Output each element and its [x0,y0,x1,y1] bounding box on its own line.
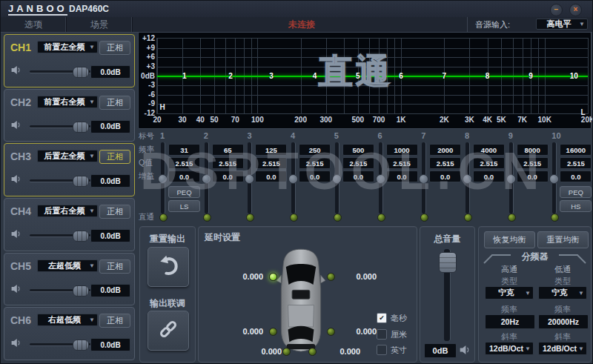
band-q-value[interactable]: 2.515 [517,157,549,169]
band-frequency-value[interactable]: 125 [255,144,287,156]
band-bypass-led[interactable] [420,214,428,222]
band-q-value[interactable]: 2.515 [473,157,505,169]
channel-volume-slider[interactable] [30,70,92,73]
band-frequency-value[interactable]: 31 [168,144,200,156]
band-q-value[interactable]: 2.515 [429,157,461,169]
band-q-value[interactable]: 2.515 [168,157,200,169]
channel-gain-value[interactable]: 0.0dB [90,284,130,297]
lp-freq-value[interactable]: 20000Hz [538,314,589,329]
band-gain-value[interactable]: 0.0 [212,171,244,182]
eq-point[interactable]: 2 [228,72,233,80]
eq-point[interactable]: 7 [443,72,447,80]
eq-point[interactable]: 6 [399,72,403,80]
channel-panel-ch6[interactable]: CH6右超低频▼正相0.0dB [4,307,135,360]
band-frequency-value[interactable]: 16000 [560,144,592,156]
audio-source-dropdown[interactable]: 高电平 ▼ [536,19,588,30]
band-gain-value[interactable]: 0.0 [168,171,200,182]
band-gain-slider[interactable] [291,142,295,214]
eq-point[interactable]: 1 [182,72,187,80]
band-gain-slider[interactable] [509,142,513,214]
band-gain-slider[interactable] [552,142,556,214]
lp-slope-dropdown[interactable]: 12dB/Oct ▼ [538,342,587,355]
band-frequency-value[interactable]: 2000 [429,144,461,156]
band-q-value[interactable]: 2.515 [560,157,592,169]
speaker-dot-front-left[interactable] [269,273,277,281]
band-bypass-led[interactable] [464,214,472,222]
eq-type-button[interactable]: PEQ [560,186,592,198]
slider-knob[interactable] [376,174,385,184]
channel-gain-value[interactable]: 0.0dB [90,174,130,188]
lp-type-dropdown[interactable]: 宁克 ▼ [538,286,587,300]
unit-option-cm[interactable]: 厘米 [377,329,407,340]
slider-knob[interactable] [288,174,298,184]
slider-knob[interactable] [73,122,89,133]
slider-knob[interactable] [73,176,89,187]
tab-scenes[interactable]: 场景 [67,17,133,32]
phase-button[interactable]: 正相 [99,259,130,274]
band-gain-slider[interactable] [379,142,382,214]
tab-options[interactable]: 选项 [1,17,67,32]
channel-type-dropdown[interactable]: 前置右全频▼ [37,96,98,108]
speaker-dot-rear-left[interactable] [269,328,277,336]
slider-knob[interactable] [463,174,472,184]
eq-type-button[interactable]: PEQ [168,186,200,198]
hp-freq-value[interactable]: 20Hz [485,314,535,329]
eq-point[interactable]: 9 [529,72,533,80]
band-gain-value[interactable]: 0.0 [342,171,374,182]
reset-output-button[interactable] [148,247,189,287]
channel-type-dropdown[interactable]: 后置右全频▼ [37,205,98,217]
unit-option-inch[interactable]: 英寸 [377,345,407,355]
channel-volume-slider[interactable] [30,125,92,128]
band-bypass-led[interactable] [377,214,385,222]
band-gain-slider[interactable] [161,142,165,214]
output-link-button[interactable] [148,311,189,351]
band-bypass-led[interactable] [203,214,211,222]
slider-knob[interactable] [73,340,89,351]
channel-panel-ch4[interactable]: CH4后置右全频▼正相0.0dB [4,198,135,251]
restore-eq-button[interactable]: 恢复均衡 [484,231,535,248]
checkbox-checked-icon[interactable]: ✔ [377,313,387,323]
band-q-value[interactable]: 2.515 [255,157,287,169]
slider-knob[interactable] [202,174,211,184]
band-gain-value[interactable]: 0.0 [517,171,549,182]
band-bypass-led[interactable] [508,214,516,222]
checkbox-icon[interactable] [377,345,387,355]
band-q-value[interactable]: 2.515 [299,157,331,169]
band-frequency-value[interactable]: 8000 [517,144,549,156]
channel-gain-value[interactable]: 0.0dB [90,120,130,133]
band-frequency-value[interactable]: 1000 [386,144,418,156]
band-frequency-value[interactable]: 65 [212,144,244,156]
channel-gain-value[interactable]: 0.0dB [90,229,130,242]
channel-volume-slider[interactable] [30,234,92,236]
speaker-dot-sub-right[interactable] [308,348,317,356]
band-bypass-led[interactable] [551,214,559,222]
unit-option-ms[interactable]: ✔ 毫秒 [377,313,407,323]
channel-volume-slider[interactable] [30,179,92,182]
eq-shelf-button[interactable]: HS [560,200,592,212]
slider-knob[interactable] [332,174,342,184]
eq-shelf-button[interactable]: LS [168,200,200,212]
band-q-value[interactable]: 2.515 [342,157,374,169]
band-bypass-led[interactable] [334,214,342,222]
phase-button[interactable]: 正相 [99,41,130,55]
band-gain-value[interactable]: 0.0 [255,171,287,182]
channel-type-dropdown[interactable]: 左超低频▼ [37,259,98,272]
slider-knob[interactable] [549,174,559,184]
band-gain-value[interactable]: 0.0 [560,171,592,182]
channel-panel-ch5[interactable]: CH5左超低频▼正相0.0dB [4,253,135,306]
speaker-dot-sub-left[interactable] [282,348,291,356]
band-gain-value[interactable]: 0.0 [429,171,461,182]
slider-knob[interactable] [73,231,89,242]
speaker-dot-rear-right[interactable] [327,328,335,336]
eq-point[interactable]: 3 [269,72,274,80]
slider-knob[interactable] [73,67,89,78]
band-gain-slider[interactable] [466,142,469,214]
band-frequency-value[interactable]: 250 [299,144,331,156]
slider-knob[interactable] [73,285,89,297]
channel-panel-ch2[interactable]: CH2前置右全频▼正相0.0dB [4,89,135,142]
eq-point[interactable]: 10 [570,72,578,80]
close-button[interactable]: × [569,4,582,16]
reset-eq-button[interactable]: 重置均衡 [537,231,589,248]
hp-slope-dropdown[interactable]: 12dB/Oct ▼ [485,342,534,355]
slider-knob[interactable] [158,174,168,184]
